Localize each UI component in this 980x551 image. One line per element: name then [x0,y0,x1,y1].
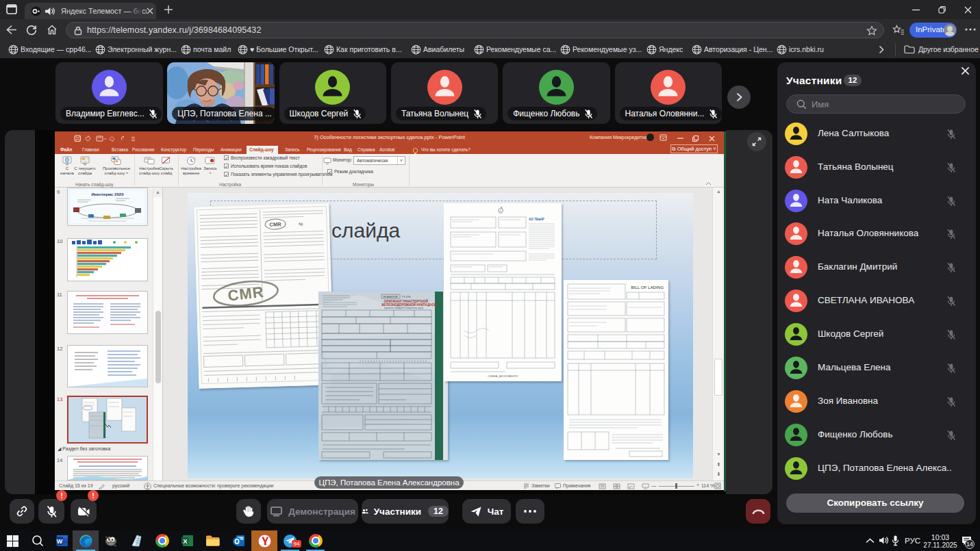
svg-text:Инкотермс 2020: Инкотермс 2020 [92,192,125,196]
svg-text:СХЕМА. ДИСКУМЕНТИ: СХЕМА. ДИСКУМЕНТИ [488,374,518,378]
svg-text:ЭКЗЕМПЛЯР: ЭКЗЕМПЛЯР [383,296,399,298]
svg-text:АО ТВаНР: АО ТВаНР [529,218,544,221]
svg-text:ОРИГИНАЛ ТРАНСПОРТНОЙ: ОРИГИНАЛ ТРАНСПОРТНОЙ [384,298,428,303]
svg-text:ГУ-27е: ГУ-27е [402,295,411,298]
svg-text:BILL OF LADING: BILL OF LADING [631,285,664,290]
svg-text:CMR: CMR [269,221,281,227]
svg-text:ЖЕЛЕЗНОДОРОЖНОЙ НАКЛАДНОЙ: ЖЕЛЕЗНОДОРОЖНОЙ НАКЛАДНОЙ [381,302,436,307]
svg-text:(оригинал передается получател: (оригинал передается получателю груза) [384,307,423,309]
svg-text:№: № [299,222,303,226]
